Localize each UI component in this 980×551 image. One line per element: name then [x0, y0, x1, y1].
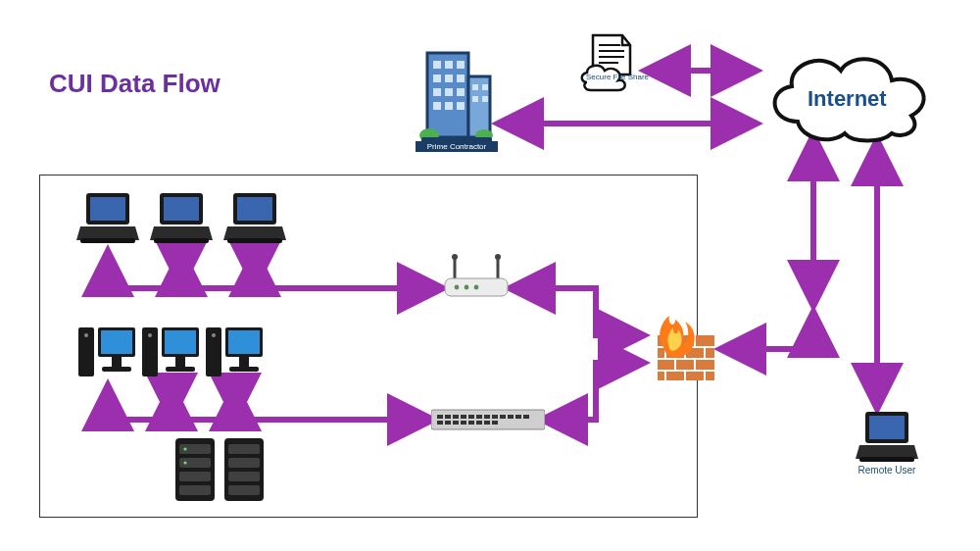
firewall-icon — [642, 306, 724, 388]
prime-contractor-label: Prime Contractor — [416, 141, 498, 152]
svg-point-30 — [212, 333, 216, 337]
svg-rect-101 — [433, 102, 441, 110]
svg-rect-94 — [457, 61, 465, 69]
svg-rect-98 — [433, 88, 441, 96]
svg-rect-107 — [482, 96, 488, 102]
svg-rect-21 — [112, 357, 122, 367]
diagram-canvas: { "title": "CUI Data Flow", "labels": { … — [0, 0, 980, 551]
server-icon — [172, 436, 219, 507]
svg-rect-102 — [445, 102, 453, 110]
svg-rect-32 — [228, 330, 260, 354]
svg-rect-99 — [445, 88, 453, 96]
svg-rect-95 — [433, 75, 441, 82]
svg-rect-56 — [437, 415, 443, 419]
svg-point-50 — [495, 254, 501, 260]
svg-rect-61 — [476, 415, 482, 419]
svg-rect-65 — [508, 415, 514, 419]
svg-rect-46 — [228, 485, 260, 495]
svg-rect-104 — [472, 84, 478, 90]
svg-rect-64 — [500, 415, 506, 419]
svg-rect-67 — [523, 415, 529, 419]
laptop-icon — [856, 410, 918, 467]
svg-point-53 — [465, 285, 469, 290]
svg-rect-70 — [453, 421, 459, 425]
svg-rect-34 — [229, 367, 259, 372]
svg-rect-20 — [101, 330, 132, 354]
secure-file-share-label: Secure File Share — [586, 73, 631, 81]
svg-rect-100 — [457, 88, 465, 96]
svg-rect-72 — [468, 421, 474, 425]
svg-rect-58 — [453, 415, 459, 419]
svg-rect-74 — [484, 421, 490, 425]
svg-rect-16 — [227, 238, 282, 243]
svg-rect-63 — [492, 415, 498, 419]
svg-rect-105 — [482, 84, 488, 90]
svg-point-48 — [452, 254, 458, 260]
svg-rect-10 — [80, 238, 135, 243]
svg-rect-73 — [476, 421, 482, 425]
svg-rect-103 — [457, 102, 465, 110]
svg-rect-55 — [431, 410, 545, 429]
svg-point-52 — [455, 285, 460, 290]
svg-rect-12 — [164, 197, 199, 221]
svg-rect-68 — [437, 421, 443, 425]
switch-icon — [431, 408, 545, 433]
svg-rect-93 — [445, 61, 453, 69]
svg-rect-45 — [228, 472, 260, 481]
svg-rect-66 — [515, 415, 521, 419]
svg-rect-39 — [179, 485, 211, 495]
building-icon — [416, 43, 498, 149]
desktop-icon — [206, 324, 265, 384]
svg-rect-75 — [492, 421, 498, 425]
svg-rect-15 — [237, 197, 272, 221]
svg-rect-38 — [179, 472, 211, 481]
svg-point-54 — [474, 285, 479, 290]
svg-rect-60 — [468, 415, 474, 419]
svg-rect-13 — [154, 238, 209, 243]
svg-rect-96 — [445, 75, 453, 82]
svg-rect-22 — [102, 367, 131, 372]
svg-rect-62 — [484, 415, 490, 419]
server-icon — [220, 436, 268, 507]
svg-rect-27 — [175, 357, 185, 367]
desktop-icon — [78, 324, 137, 384]
svg-rect-26 — [165, 330, 196, 354]
desktop-icon — [142, 324, 201, 384]
svg-rect-44 — [228, 458, 260, 468]
svg-point-24 — [148, 333, 152, 337]
svg-rect-106 — [472, 96, 478, 102]
svg-rect-28 — [166, 367, 195, 372]
svg-rect-92 — [433, 61, 441, 69]
svg-rect-116 — [869, 416, 905, 439]
remote-user-label: Remote User — [855, 465, 919, 476]
file-share-icon — [573, 29, 644, 100]
svg-point-40 — [183, 447, 186, 450]
svg-rect-33 — [239, 357, 249, 367]
laptop-icon — [76, 191, 139, 248]
wifi-router-icon — [441, 253, 512, 304]
svg-rect-97 — [457, 75, 465, 82]
laptop-icon — [150, 191, 213, 248]
svg-rect-9 — [90, 197, 125, 221]
svg-point-18 — [84, 333, 88, 337]
svg-rect-117 — [859, 457, 914, 462]
internet-label: Internet — [808, 86, 887, 112]
laptop-icon — [223, 191, 286, 248]
svg-point-41 — [183, 461, 186, 464]
svg-rect-57 — [445, 415, 451, 419]
svg-rect-59 — [461, 415, 466, 419]
svg-rect-43 — [228, 444, 260, 454]
svg-rect-71 — [461, 421, 466, 425]
svg-rect-69 — [445, 421, 451, 425]
